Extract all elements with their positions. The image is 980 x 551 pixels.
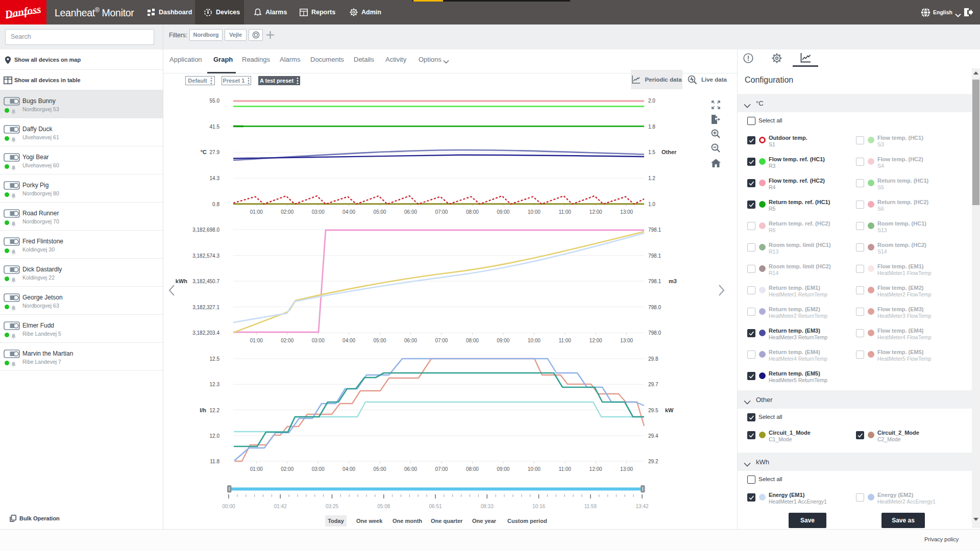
- svg-text:03:00: 03:00: [312, 209, 325, 215]
- svg-text:10:00: 10:00: [528, 466, 541, 472]
- svg-text:00:00: 00:00: [222, 504, 235, 509]
- svg-text:03:00: 03:00: [312, 338, 325, 343]
- svg-text:02:00: 02:00: [281, 338, 293, 343]
- svg-text:07:00: 07:00: [435, 466, 448, 472]
- svg-text:02:00: 02:00: [281, 209, 293, 215]
- svg-text:02:00: 02:00: [281, 466, 293, 472]
- svg-text:12.5: 12.5: [210, 356, 220, 362]
- svg-text:27.9: 27.9: [210, 149, 220, 155]
- svg-text:10:00: 10:00: [528, 338, 541, 343]
- svg-text:06:51: 06:51: [429, 504, 442, 509]
- svg-text:08:00: 08:00: [466, 338, 479, 343]
- svg-text:3,182,698.0: 3,182,698.0: [192, 227, 219, 233]
- svg-text:01:00: 01:00: [250, 338, 263, 343]
- svg-text:01:00: 01:00: [250, 209, 263, 215]
- svg-text:3,182,450.7: 3,182,450.7: [192, 279, 219, 284]
- svg-text:798.0: 798.0: [648, 330, 661, 336]
- svg-text:12:00: 12:00: [590, 466, 602, 472]
- svg-text:55.0: 55.0: [210, 98, 220, 104]
- svg-text:13:00: 13:00: [620, 466, 633, 472]
- svg-text:11:00: 11:00: [559, 209, 572, 215]
- svg-text:07:00: 07:00: [435, 338, 448, 343]
- svg-text:05:00: 05:00: [374, 466, 386, 472]
- svg-text:08:00: 08:00: [466, 466, 479, 472]
- svg-text:13:42: 13:42: [635, 504, 648, 509]
- svg-text:08:33: 08:33: [481, 504, 494, 509]
- svg-text:04:00: 04:00: [342, 338, 355, 343]
- svg-text:09:00: 09:00: [497, 338, 509, 343]
- svg-text:kW: kW: [665, 407, 674, 413]
- svg-text:1.2: 1.2: [648, 176, 655, 181]
- svg-text:1.0: 1.0: [648, 202, 655, 207]
- svg-text:12:00: 12:00: [590, 209, 602, 215]
- svg-text:l/h: l/h: [200, 407, 206, 413]
- svg-text:06:00: 06:00: [404, 466, 417, 472]
- svg-text:05:00: 05:00: [374, 209, 386, 215]
- svg-text:13:00: 13:00: [620, 338, 633, 343]
- svg-text:09:00: 09:00: [497, 466, 509, 472]
- svg-text:04:00: 04:00: [342, 466, 355, 472]
- svg-text:41.5: 41.5: [210, 124, 220, 130]
- svg-text:29.5: 29.5: [648, 408, 658, 413]
- svg-text:04:00: 04:00: [342, 209, 355, 215]
- svg-text:29.8: 29.8: [648, 356, 658, 362]
- svg-text:11:00: 11:00: [559, 466, 572, 472]
- svg-text:m3: m3: [669, 278, 677, 284]
- svg-text:3,182,574.3: 3,182,574.3: [192, 253, 219, 259]
- svg-text:29.7: 29.7: [648, 382, 658, 387]
- svg-text:07:00: 07:00: [435, 209, 448, 215]
- svg-text:12.0: 12.0: [210, 433, 220, 439]
- svg-text:03:25: 03:25: [326, 504, 338, 509]
- svg-text:798.1: 798.1: [648, 227, 661, 233]
- svg-text:13:00: 13:00: [620, 209, 633, 215]
- svg-text:798.0: 798.0: [648, 305, 661, 310]
- svg-text:06:00: 06:00: [404, 338, 417, 343]
- svg-text:09:00: 09:00: [497, 209, 509, 215]
- svg-text:11:00: 11:00: [559, 338, 572, 343]
- svg-text:03:00: 03:00: [312, 466, 325, 472]
- svg-text:3,182,327.1: 3,182,327.1: [192, 305, 219, 310]
- svg-text:29.2: 29.2: [648, 459, 658, 464]
- svg-text:3,182,203.4: 3,182,203.4: [192, 330, 219, 336]
- svg-text:14.3: 14.3: [210, 176, 220, 181]
- svg-text:1.5: 1.5: [648, 149, 655, 155]
- svg-text:05:00: 05:00: [374, 338, 386, 343]
- svg-text:10:16: 10:16: [532, 504, 545, 509]
- svg-text:°C: °C: [201, 149, 207, 155]
- svg-text:10:00: 10:00: [528, 209, 541, 215]
- svg-text:01:00: 01:00: [250, 466, 263, 472]
- svg-text:12:00: 12:00: [590, 338, 602, 343]
- svg-text:08:00: 08:00: [466, 209, 479, 215]
- svg-text:06:00: 06:00: [404, 209, 417, 215]
- svg-text:12.3: 12.3: [210, 382, 220, 387]
- svg-text:29.4: 29.4: [648, 433, 658, 439]
- svg-text:kWh: kWh: [176, 278, 188, 284]
- svg-text:12.2: 12.2: [210, 408, 220, 413]
- svg-text:0.8: 0.8: [212, 202, 219, 207]
- svg-text:11:59: 11:59: [584, 504, 597, 509]
- svg-text:05:08: 05:08: [377, 504, 390, 509]
- svg-text:Other: Other: [662, 149, 677, 155]
- svg-text:798.1: 798.1: [648, 253, 661, 259]
- svg-text:11.8: 11.8: [210, 459, 219, 464]
- svg-text:798.1: 798.1: [648, 279, 661, 284]
- svg-text:1.8: 1.8: [648, 124, 655, 130]
- svg-text:01:42: 01:42: [274, 504, 287, 509]
- svg-text:2.0: 2.0: [648, 98, 655, 104]
